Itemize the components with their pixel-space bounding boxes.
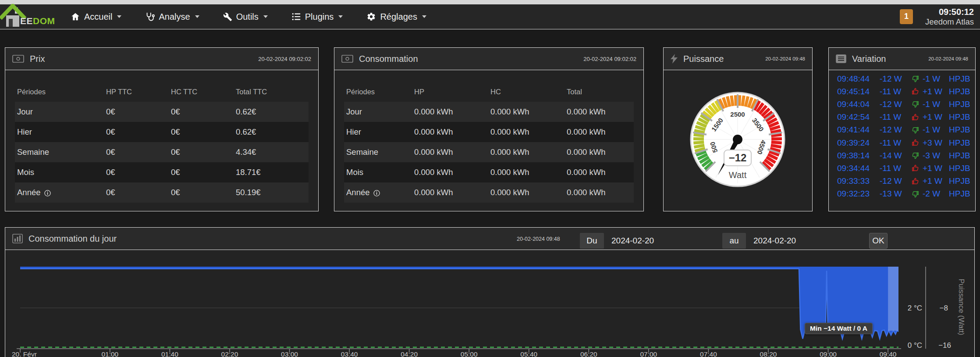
table-cell: 4.34€ [234,142,309,162]
variation-time: 09:42:54 [837,112,880,122]
variation-tariff: HPJB [949,189,970,199]
thumbs-up-icon [911,87,923,96]
column-header: HP [412,82,488,102]
table-row: Semaine0€0€4.34€ [15,142,309,162]
variation-row: 09:33:33-12 W+1 WHPJB [829,175,975,188]
nav-plugins[interactable]: Plugins [280,4,355,29]
variation-time: 09:34:44 [837,164,880,173]
x-tick-label: 01:40 [161,350,178,357]
nav-label: Accueil [84,12,112,22]
bolt-icon [671,54,678,64]
table-cell: 0€ [104,162,169,182]
variation-time: 09:32:23 [837,189,880,199]
table-cell: 0.000 kWh [565,162,634,182]
variation-val: -14 W [880,151,911,161]
table-cell: 0.000 kWh [488,182,565,203]
wrench-icon [223,12,232,21]
variation-tariff: HPJB [949,138,970,148]
table-cell: Mois [15,162,104,182]
clock: 09:50:12 [925,7,974,17]
table-cell: 0.000 kWh [488,122,565,142]
jeedom-logo[interactable]: EEDOM [0,4,56,29]
panel-consommation-header: Consommation 20-02-2024 09:02:02 [334,48,643,70]
table-cell: 0€ [169,122,234,142]
notification-badge[interactable]: 1 [900,9,913,24]
table-cell: 0€ [169,102,234,122]
clock-block: 09:50:12 Jeedom Atlas [925,7,974,26]
nav-accueil[interactable]: Accueil [59,4,133,29]
table-cell: 0€ [104,182,169,203]
variation-time: 09:48:44 [837,74,880,84]
svg-text:−8: −8 [940,304,948,312]
nav-label: Plugins [305,12,334,22]
table-cell: 0.000 kWh [412,142,488,162]
top-strip [0,0,980,4]
table-cell: Jour [344,102,412,122]
table-cell: 0.000 kWh [565,142,634,162]
nav-reglages[interactable]: Réglages [355,4,438,29]
table-row: Semaine0.000 kWh0.000 kWh0.000 kWh [344,142,634,162]
x-tick-label: 06:20 [580,350,597,357]
variation-val: -12 W [880,176,911,186]
table-cell: 0.000 kWh [412,162,488,182]
thumbs-up-icon [911,177,923,186]
variation-row: 09:45:14-11 W+1 WHPJB [829,85,975,98]
table-cell: Année [344,182,412,203]
table-cell: Semaine [15,142,104,162]
list-alt-icon [836,54,846,63]
x-tick-label: 05:00 [461,350,478,357]
thumbs-down-icon [911,75,923,83]
x-tick-label: 08:20 [760,350,777,357]
x-tick-label: 05:40 [520,350,537,357]
table-cell: 0€ [169,162,234,182]
gear-icon [366,12,376,21]
variation-time: 09:39:24 [837,138,880,148]
data-table: PériodesHP TTCHC TTCTotal TTCJour0€0€0.6… [15,82,309,203]
variation-val: -11 W [880,87,911,96]
panel-timestamp: 20-02-2024 09:02:02 [583,56,636,62]
variation-time: 09:38:14 [837,151,880,161]
column-header: Périodes [344,82,412,102]
column-header: HC [488,82,565,102]
variation-delta: -3 W [923,151,949,161]
thumbs-down-icon [911,190,923,198]
panel-title: Variation [852,54,886,64]
gauge-unit: Watt [729,170,747,180]
thumbs-down-icon [911,151,923,160]
column-header: Total TTC [234,82,309,102]
table-cell: 0.000 kWh [488,142,565,162]
variation-delta: -2 W [923,189,949,199]
panel-title: Prix [30,54,45,64]
nav-outils[interactable]: Outils [211,4,280,29]
column-header: HP TTC [104,82,169,102]
variation-row: 09:32:23-13 W-2 WHPJB [829,188,975,200]
table-row: Hier0€0€0.62€ [15,122,309,142]
panel-timestamp: 20-02-2024 09:02:02 [258,56,311,62]
table-row: Année0€0€50.19€ [15,182,309,203]
chevron-down-icon [263,15,268,18]
x-tick-label: 03:00 [281,350,298,357]
table-cell: 0€ [104,102,169,122]
brand-text: EEDOM [20,16,55,26]
table-cell: Année [15,182,104,203]
power-chart[interactable]: 20. Févr01:0001:4002:2003:0003:4004:2005… [0,246,980,357]
table-row: Mois0.000 kWh0.000 kWh0.000 kWh [344,162,634,182]
variation-delta: -1 W [923,74,949,84]
info-icon[interactable] [373,190,380,196]
table-cell: 0€ [169,142,234,162]
variation-val: -12 W [880,125,911,135]
info-icon[interactable] [44,190,51,196]
table-cell: 0.000 kWh [565,102,634,122]
x-tick-label: 04:20 [401,350,418,357]
x-tick-label: 07:40 [700,350,717,357]
x-tick-label: 01:00 [101,350,118,357]
variation-delta: +1 W [923,176,949,186]
table-cell: 50.19€ [234,182,309,203]
nav-analyse[interactable]: Analyse [133,4,211,29]
thumbs-up-icon [911,113,923,121]
variation-time: 09:44:04 [837,100,880,109]
table-cell: 0.000 kWh [565,122,634,142]
panel-prix-header: Prix 20-02-2024 09:02:02 [5,48,318,70]
x-tick-label: 09:40 [880,350,897,357]
variation-val: -13 W [880,189,911,199]
